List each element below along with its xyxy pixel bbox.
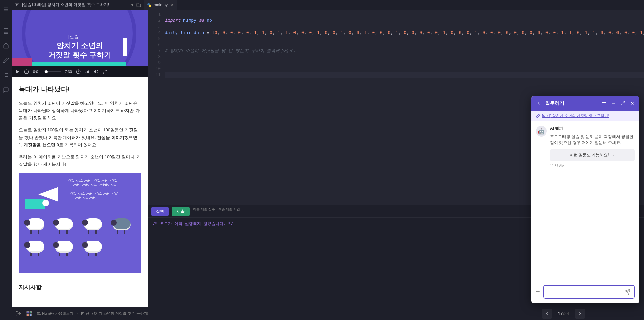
chat-input-row: +	[531, 280, 639, 303]
svg-line-25	[105, 70, 106, 71]
video-thumbnail[interactable]: [실습] 양치기 소년의거짓말 횟수 구하기	[12, 10, 148, 66]
svg-rect-22	[87, 71, 88, 73]
chat-close-icon[interactable]	[630, 101, 635, 106]
fullscreen-icon[interactable]	[102, 69, 107, 74]
book-icon[interactable]	[0, 25, 12, 37]
bot-name: AI 헬피	[550, 126, 635, 131]
svg-rect-30	[27, 314, 29, 316]
video-progress[interactable]	[44, 71, 61, 72]
chat-icon[interactable]	[0, 84, 12, 96]
breadcrumb-2[interactable]: [미션] 양치기 소년의 거짓말 횟수 구하기!	[81, 311, 148, 315]
svg-line-36	[621, 104, 623, 105]
svg-rect-23	[88, 71, 89, 73]
top-header: [실습10 해설] 양치기 소년의 거짓말 횟수 구하기! ▾ main.py …	[12, 0, 644, 10]
line-gutter: 1234567891011	[148, 11, 165, 205]
desc-p1: 오늘도 양치기 소년이 거짓말을 하고있네요. 이 양치기 소년은 늑대가 나타…	[19, 100, 141, 122]
desc-p2: 오늘로 일한지 100일이 되는 양치기 소년이 100일동안 거짓말을 했나 …	[19, 126, 141, 149]
svg-marker-16	[16, 70, 19, 74]
bot-avatar: 🤖	[536, 126, 547, 137]
chat-menu-icon[interactable]	[602, 101, 606, 106]
python-icon	[147, 3, 152, 7]
desc-subheading: 지시사항	[19, 283, 141, 291]
chat-minimize-icon[interactable]	[611, 101, 616, 106]
video-time-current: 0:01	[33, 70, 40, 74]
lesson-title-dropdown[interactable]: [실습10 해설] 양치기 소년의 거짓말 횟수 구하기! ▾	[12, 2, 136, 8]
send-icon[interactable]	[625, 289, 631, 295]
page-indicator: 17/24	[558, 311, 569, 316]
left-sidebar	[0, 0, 12, 320]
console-text: /* 코드가 아직 실행되지 않았습니다. */	[153, 221, 233, 226]
prev-button[interactable]	[542, 309, 552, 319]
svg-marker-24	[94, 70, 96, 73]
chat-popup: 질문하기 [미션] 양치기 소년의 거짓말 횟수 구하기! 🤖 AI 헬피 프로…	[531, 96, 639, 303]
close-tab-icon[interactable]: ×	[171, 3, 173, 7]
video-tag: [실습]	[68, 34, 79, 40]
menu-icon[interactable]	[0, 3, 12, 15]
chat-expand-icon[interactable]	[621, 101, 625, 106]
speed-icon[interactable]	[76, 69, 81, 74]
desc-p3: 우리는 이 데이터를 기반으로 양치기 소년이 100일간 얼마나 거짓말을 했…	[19, 153, 141, 168]
submit-time-box: 최종 제출 시간 --	[218, 207, 240, 216]
file-tab-label: main.py	[154, 3, 168, 7]
svg-line-26	[103, 72, 104, 73]
chat-message: 🤖 AI 헬피 프로그래밍 실습 및 문제 풀이 과정에서 궁금한 점이 있으신…	[536, 126, 635, 168]
svg-point-12	[149, 4, 151, 7]
description-panel[interactable]: 늑대가 나타났다! 오늘도 양치기 소년이 거짓말을 하고있네요. 이 양치기 …	[12, 77, 148, 307]
chat-link-bar: [미션] 양치기 소년의 거짓말 횟수 구하기!	[531, 111, 639, 121]
chat-link[interactable]: [미션] 양치기 소년의 거짓말 횟수 구하기!	[542, 113, 609, 118]
svg-rect-21	[86, 72, 86, 73]
pencil-icon[interactable]	[0, 54, 12, 66]
bot-message: 프로그래밍 실습 및 문제 풀이 과정에서 궁금한 점이 있으신 경우 저에게 …	[550, 134, 635, 146]
chat-header: 질문하기	[531, 96, 639, 111]
svg-rect-28	[27, 311, 29, 313]
chat-input[interactable]	[547, 289, 625, 295]
link-icon	[536, 114, 540, 118]
chat-add-icon[interactable]: +	[536, 288, 540, 296]
left-panel: [실습] 양치기 소년의거짓말 횟수 구하기 0:01 7:30	[12, 10, 148, 307]
breadcrumb-1[interactable]: 01 NumPy 사용해보기	[37, 311, 73, 315]
monitor-icon	[15, 3, 19, 7]
svg-line-35	[623, 102, 625, 103]
breadcrumb: 01 NumPy 사용해보기 › [미션] 양치기 소년의 거짓말 횟수 구하기…	[37, 311, 148, 316]
caret-down-icon: ▾	[131, 3, 133, 7]
grid-icon[interactable]	[26, 311, 32, 317]
svg-rect-29	[30, 311, 32, 313]
bottom-bar: 01 NumPy 사용해보기 › [미션] 양치기 소년의 거짓말 횟수 구하기…	[12, 307, 644, 320]
desc-heading: 늑대가 나타났다!	[19, 85, 141, 94]
next-button[interactable]	[575, 309, 585, 319]
video-time-total: 7:30	[65, 70, 72, 74]
run-button[interactable]: 실행	[151, 207, 169, 216]
exit-icon[interactable]	[15, 311, 21, 317]
video-controls: 0:01 7:30	[12, 66, 148, 77]
chat-title: 질문하기	[545, 100, 598, 106]
suggest-button[interactable]: 이런 질문도 가능해요! →	[550, 149, 635, 161]
chat-input-box[interactable]	[543, 285, 635, 299]
info-icon[interactable]	[24, 69, 29, 74]
svg-rect-31	[30, 314, 32, 316]
home-icon[interactable]	[0, 40, 12, 52]
illustration: 거짓.. 진실.. 진실.. 거짓.. 거짓.. 진짓.. 진실.. 진실.. …	[19, 173, 141, 273]
svg-marker-10	[17, 4, 18, 5]
chat-timestamp: 11:37 AM	[550, 164, 635, 168]
chat-back-icon[interactable]	[536, 101, 541, 106]
list-icon[interactable]	[0, 69, 12, 81]
folder-icon[interactable]	[136, 3, 141, 7]
volume-icon[interactable]	[94, 69, 98, 74]
score-box: 최종 제출 점수 --	[193, 207, 215, 216]
file-tab-main-py[interactable]: main.py ×	[144, 0, 177, 10]
chat-body[interactable]: 🤖 AI 헬피 프로그래밍 실습 및 문제 풀이 과정에서 궁금한 점이 있으신…	[531, 121, 639, 280]
submit-button[interactable]: 제출	[172, 207, 190, 216]
quality-icon[interactable]	[85, 69, 90, 74]
play-icon[interactable]	[15, 69, 20, 74]
lesson-title: [실습10 해설] 양치기 소년의 거짓말 횟수 구하기!	[22, 2, 129, 8]
